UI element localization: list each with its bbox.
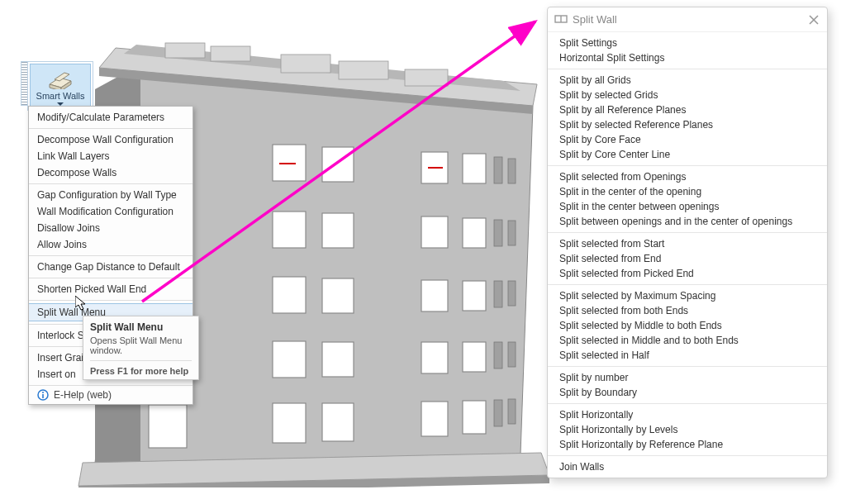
menu-item-change-gap-distance-to-default[interactable]: Change Gap Distance to Default	[29, 259, 192, 275]
svg-rect-18	[421, 216, 448, 248]
menu-item-wall-modification-configuration[interactable]: Wall Modification Configuration	[29, 203, 192, 220]
svg-rect-51	[42, 394, 44, 398]
tooltip-hint: Press F1 for more help	[90, 360, 192, 376]
split-wall-menu-tooltip: Split Wall Menu Opens Split Wall Menu wi…	[83, 316, 199, 380]
svg-rect-36	[508, 159, 516, 183]
svg-rect-40	[508, 281, 516, 306]
split-item-split-by-boundary[interactable]: Split by Boundary	[548, 385, 827, 400]
svg-rect-30	[322, 403, 354, 441]
split-item-split-by-all-grids[interactable]: Split by all Grids	[548, 73, 827, 88]
split-item-split-selected-in-middle-and-to-both-ends[interactable]: Split selected in Middle and to both End…	[548, 333, 827, 348]
split-item-split-selected-from-both-ends[interactable]: Split selected from both Ends	[548, 303, 827, 318]
smart-walls-label: Smart Walls	[36, 91, 85, 101]
wall-icon	[46, 68, 74, 89]
split-item-split-selected-by-maximum-spacing[interactable]: Split selected by Maximum Spacing	[548, 288, 827, 303]
split-wall-icon	[554, 12, 568, 26]
svg-rect-9	[405, 69, 448, 86]
split-item-split-in-the-center-between-openings[interactable]: Split in the center between openings	[548, 199, 827, 214]
split-item-split-in-the-center-of-the-opening[interactable]: Split in the center of the opening	[548, 184, 827, 199]
info-icon	[37, 389, 49, 401]
split-item-split-by-number[interactable]: Split by number	[548, 370, 827, 385]
svg-rect-28	[149, 405, 187, 448]
svg-rect-22	[421, 280, 448, 311]
svg-rect-20	[273, 277, 306, 313]
svg-rect-19	[463, 218, 486, 248]
svg-rect-27	[463, 342, 486, 372]
svg-rect-26	[421, 342, 448, 373]
split-item-split-by-all-reference-planes[interactable]: Split by all Reference Planes	[548, 102, 827, 117]
menu-item-ehelp[interactable]: E-Help (web)	[29, 385, 192, 404]
menu-item-disallow-joins[interactable]: Disallow Joins	[29, 220, 192, 236]
split-wall-panel: Split Wall Split SettingsHorizontal Spli…	[547, 7, 828, 478]
menu-item-modify-calculate-parameters[interactable]: Modify/Calculate Parameters	[29, 109, 192, 126]
split-item-split-by-core-center-line[interactable]: Split by Core Center Line	[548, 147, 827, 162]
svg-rect-8	[339, 61, 388, 79]
svg-rect-32	[463, 401, 486, 434]
split-item-split-selected-from-end[interactable]: Split selected from End	[548, 251, 827, 266]
split-item-split-selected-from-start[interactable]: Split selected from Start	[548, 236, 827, 251]
svg-rect-41	[494, 342, 502, 368]
tooltip-title: Split Wall Menu	[90, 321, 192, 333]
menu-item-shorten-picked-wall-end[interactable]: Shorten Picked Wall End	[29, 281, 192, 297]
svg-rect-13	[322, 147, 354, 182]
svg-rect-35	[494, 157, 502, 183]
split-item-split-horizontally-by-reference-plane[interactable]: Split Horizontally by Reference Plane	[548, 437, 827, 452]
split-item-split-by-selected-grids[interactable]: Split by selected Grids	[548, 88, 827, 102]
menu-item-link-wall-layers[interactable]: Link Wall Layers	[29, 148, 192, 164]
svg-rect-17	[322, 213, 354, 248]
svg-rect-43	[494, 400, 502, 426]
toolbar-grip[interactable]	[21, 61, 27, 106]
split-item-split-between-openings-and-in-the-center-of-openings[interactable]: Split between openings and in the center…	[548, 214, 827, 229]
close-icon[interactable]	[807, 13, 820, 26]
smart-walls-button[interactable]: Smart Walls	[27, 61, 93, 111]
svg-rect-38	[508, 221, 516, 245]
split-item-join-walls[interactable]: Join Walls	[548, 459, 827, 474]
split-item-horizontal-split-settings[interactable]: Horizontal Split Settings	[548, 50, 827, 65]
svg-rect-29	[273, 403, 306, 443]
split-item-split-selected-in-half[interactable]: Split selected in Half	[548, 348, 827, 363]
svg-rect-25	[322, 342, 354, 377]
svg-rect-21	[322, 278, 354, 313]
split-item-split-by-core-face[interactable]: Split by Core Face	[548, 132, 827, 147]
split-item-split-selected-from-picked-end[interactable]: Split selected from Picked End	[548, 266, 827, 281]
split-item-split-settings[interactable]: Split Settings	[548, 36, 827, 50]
svg-rect-7	[281, 55, 330, 73]
tooltip-description: Opens Split Wall Menu window.	[90, 335, 192, 360]
split-item-split-by-selected-reference-planes[interactable]: Split by selected Reference Planes	[548, 117, 827, 132]
svg-rect-24	[273, 341, 306, 378]
split-item-split-horizontally-by-levels[interactable]: Split Horizontally by Levels	[548, 422, 827, 437]
menu-item-decompose-wall-configuration[interactable]: Decompose Wall Configuration	[29, 131, 192, 148]
svg-rect-31	[421, 402, 448, 436]
svg-rect-37	[494, 220, 502, 246]
svg-rect-23	[463, 281, 486, 311]
menu-item-gap-configuration-by-wall-type[interactable]: Gap Configuration by Wall Type	[29, 187, 192, 203]
svg-rect-6	[211, 46, 250, 61]
split-item-split-horizontally[interactable]: Split Horizontally	[548, 407, 827, 422]
svg-rect-44	[508, 399, 516, 424]
svg-rect-39	[494, 281, 502, 307]
menu-item-decompose-walls[interactable]: Decompose Walls	[29, 164, 192, 181]
menu-item-allow-joins[interactable]: Allow Joins	[29, 236, 192, 253]
split-item-split-selected-by-middle-to-both-ends[interactable]: Split selected by Middle to both Ends	[548, 318, 827, 333]
split-item-split-selected-from-openings[interactable]: Split selected from Openings	[548, 169, 827, 184]
svg-rect-5	[165, 43, 205, 58]
split-wall-title: Split Wall	[573, 13, 617, 26]
svg-rect-15	[463, 154, 486, 183]
svg-rect-42	[508, 342, 516, 367]
svg-point-50	[42, 392, 44, 393]
svg-rect-16	[273, 212, 306, 248]
